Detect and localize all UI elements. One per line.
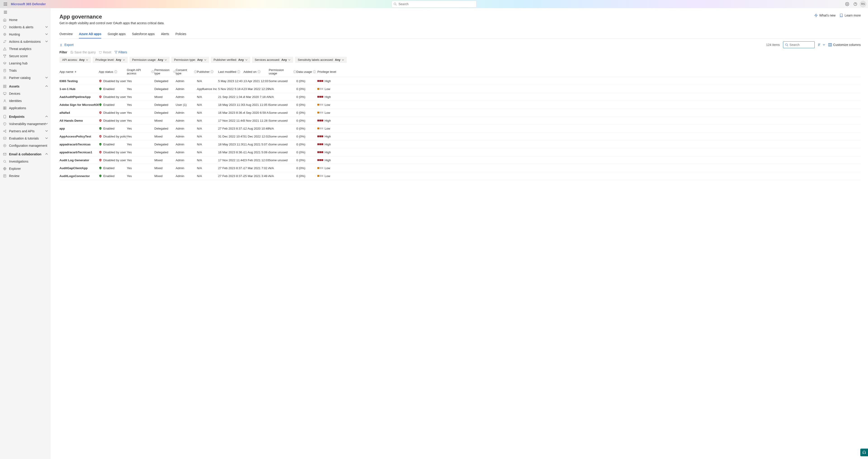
table-row[interactable]: AuditGapClientAppEnabledYesMixedAdminN/A…: [59, 164, 861, 172]
tab-alerts[interactable]: Alerts: [161, 32, 169, 38]
filter-pill-services-accessed[interactable]: Services accessed:Any: [252, 57, 293, 63]
privilege-indicator: [317, 120, 323, 121]
floating-help-button[interactable]: [860, 449, 868, 456]
nav-item-applications[interactable]: Applications: [0, 104, 50, 112]
nav-item-learn[interactable]: Learning hub: [0, 60, 50, 67]
table-row[interactable]: appadracarbTecnicasEnabledYesDelegatedAd…: [59, 141, 861, 148]
nav-item-hunting[interactable]: Hunting: [0, 31, 50, 38]
tab-policies[interactable]: Policies: [176, 32, 186, 38]
table-row[interactable]: AadAuditPipelineAppDisabled by userYesMi…: [59, 93, 861, 101]
mail-icon: [3, 152, 7, 156]
tab-google-apps[interactable]: Google apps: [107, 32, 125, 38]
filter-pill-privilege-level[interactable]: Privilege level:Any: [93, 57, 127, 63]
customize-columns-button[interactable]: Customize columns: [828, 43, 861, 47]
cell-app-name[interactable]: alfalfa4: [59, 111, 99, 114]
nav-item-identities[interactable]: Identities: [0, 97, 50, 104]
nav-item-incidents[interactable]: Incidents & alerts: [0, 24, 50, 31]
table-search[interactable]: [783, 41, 815, 48]
nav-section-assets[interactable]: Assets: [0, 83, 50, 90]
filter-pill-api-access[interactable]: API access:Any: [59, 57, 91, 63]
filter-pill-permission-type[interactable]: Permission type:Any: [171, 57, 209, 63]
tab-salesforce-apps[interactable]: Salesforce apps: [132, 32, 155, 38]
nav-item-cfgmgmt[interactable]: Configuration management: [0, 142, 50, 149]
column-header-du[interactable]: Data usage: [296, 68, 317, 75]
sort-options-button[interactable]: [818, 43, 825, 47]
column-header-added[interactable]: Added on: [243, 68, 269, 75]
cell-last-modified: 18 May 2023 11:39 AM: [218, 143, 243, 146]
cell-app-name[interactable]: All Hands Demo: [59, 119, 99, 122]
settings-button[interactable]: [844, 0, 851, 8]
cell-app-name[interactable]: AadAuditPipelineApp: [59, 95, 99, 99]
column-header-modified[interactable]: Last modified: [218, 68, 243, 75]
shield-bad-icon: [99, 95, 102, 98]
svg-point-25: [5, 76, 6, 78]
table-row[interactable]: Audit Log GeneratorDisabled by userYesMi…: [59, 156, 861, 164]
global-search-box[interactable]: [392, 1, 476, 7]
nav-item-investigations[interactable]: Investigations: [0, 158, 50, 165]
column-header-pu[interactable]: Permission usage: [269, 68, 296, 75]
column-header-graph[interactable]: Graph API access: [127, 68, 154, 75]
tab-azure-ad-apps[interactable]: Azure AD apps: [79, 32, 101, 38]
cell-added-on: 23 Feb 2021 12:03 AM: [243, 158, 269, 162]
nav-item-secure[interactable]: Secure score: [0, 53, 50, 60]
nav-item-devices[interactable]: Devices: [0, 90, 50, 97]
svg-point-43: [5, 130, 6, 131]
column-header-name[interactable]: App name: [59, 68, 99, 75]
filters-button[interactable]: Filters: [114, 51, 127, 54]
nav-item-actions[interactable]: Actions & submissions: [0, 38, 50, 45]
global-search-input[interactable]: [399, 2, 474, 6]
help-button[interactable]: [852, 0, 859, 8]
nav-section-endpoints[interactable]: Endpoints: [0, 113, 50, 120]
nav-item-threat[interactable]: Threat analytics: [0, 45, 50, 53]
filter-pill-publisher-verified[interactable]: Publisher verified:Any: [211, 57, 250, 63]
table-row[interactable]: AppAccessPolicyTestDisabled by policyYes…: [59, 132, 861, 141]
cell-app-status: Disabled by user: [99, 158, 127, 162]
column-header-ctype[interactable]: Consent type: [176, 68, 197, 75]
table-row[interactable]: appEnabledYesDelegatedAdminN/A27 Feb 202…: [59, 125, 861, 132]
table-row[interactable]: alfalfa4Disabled by userYesDelegatedAdmi…: [59, 109, 861, 117]
cell-app-name[interactable]: AppAccessPolicyTest: [59, 135, 99, 138]
column-header-status[interactable]: App status: [99, 68, 127, 75]
cell-app-name[interactable]: AuditGapClientApp: [59, 166, 99, 170]
column-header-priv[interactable]: Privilege level: [317, 68, 336, 75]
table-row[interactable]: appadracarbTecnicas1Disabled by userYesD…: [59, 148, 861, 156]
nav-item-explorer[interactable]: Explorer: [0, 165, 50, 172]
table-search-input[interactable]: [789, 43, 810, 47]
cell-app-name[interactable]: 0365 Testing: [59, 79, 99, 83]
filter-pill-permission-usage[interactable]: Permission usage:Any: [129, 57, 170, 63]
cell-app-name[interactable]: 1-on-1 Hub: [59, 87, 99, 91]
nav-item-partner[interactable]: Partner catalog: [0, 74, 50, 82]
cell-app-name[interactable]: Audit Log Generator: [59, 158, 99, 162]
nav-item-review[interactable]: Review: [0, 172, 50, 180]
column-header-publisher[interactable]: Publisher: [197, 68, 218, 75]
nav-item-vuln[interactable]: Vulnerability management: [0, 120, 50, 127]
learn-more-link[interactable]: Learn more: [839, 13, 861, 17]
cell-app-name[interactable]: Adobe Sign for Microsoft365: [59, 103, 99, 106]
nav-section-email[interactable]: Email & collaboration: [0, 151, 50, 158]
whats-new-link[interactable]: What's new: [814, 13, 835, 17]
tab-overview[interactable]: Overview: [59, 32, 72, 38]
cell-app-name[interactable]: AuditLogsConnector: [59, 174, 99, 178]
cell-data-usage: 0 (0%): [296, 174, 317, 178]
cell-app-name[interactable]: app: [59, 127, 99, 130]
export-button[interactable]: Export: [59, 43, 73, 47]
table-row[interactable]: 1-on-1 HubEnabledYesDelegatedAdminAppflu…: [59, 85, 861, 93]
nav-item-trials[interactable]: Trials: [0, 67, 50, 74]
app-launcher-button[interactable]: [2, 0, 9, 8]
filter-pill-sensitivity-labels[interactable]: Sensitivity labels accessed:Any: [295, 57, 347, 63]
nav-item-home[interactable]: Home: [0, 16, 50, 24]
cell-app-name[interactable]: appadracarbTecnicas1: [59, 151, 99, 154]
column-header-ptype[interactable]: Permission type: [154, 68, 176, 75]
table-row[interactable]: AuditLogsConnectorEnabledYesMixedAdminN/…: [59, 172, 861, 180]
table-row[interactable]: 0365 TestingDisabled by userYesDelegated…: [59, 77, 861, 85]
nav-collapse-button[interactable]: [2, 9, 8, 16]
cell-app-name[interactable]: appadracarbTecnicas: [59, 143, 99, 146]
nav-item-papi[interactable]: Partners and APIs: [0, 127, 50, 135]
nav-item-eval[interactable]: Evaluation & tutorials: [0, 135, 50, 142]
cell-permission-type: Mixed: [154, 95, 176, 99]
product-title[interactable]: Microsoft 365 Defender: [11, 2, 46, 6]
table-row[interactable]: All Hands DemoDisabled by userYesMixedAd…: [59, 117, 861, 125]
table-row[interactable]: Adobe Sign for Microsoft365EnabledYesDel…: [59, 101, 861, 109]
user-avatar[interactable]: RS: [860, 1, 866, 7]
headset-icon: [862, 451, 866, 455]
